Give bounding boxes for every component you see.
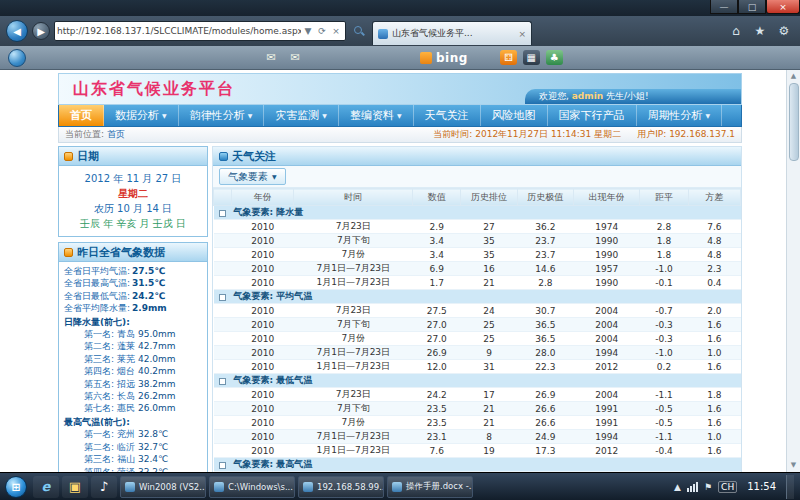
table-cell: 4.8 xyxy=(688,248,740,262)
table-cell: 2004 xyxy=(574,388,640,402)
menu-item-6[interactable]: 天气关注 xyxy=(414,105,481,126)
station-name-link[interactable]: 兖州 xyxy=(117,429,135,439)
scrollbar-thumb[interactable] xyxy=(789,83,799,161)
table-cell: 7月份 xyxy=(294,332,413,346)
home-icon[interactable]: ⌂ xyxy=(726,24,746,38)
rank-row: 第五名:招远38.2mm xyxy=(64,378,205,390)
menu-item-8[interactable]: 国家下行产品 xyxy=(548,105,637,126)
table-row[interactable]: 20107月份27.02536.52004-0.31.6 xyxy=(214,332,741,346)
round-toolbar-icon[interactable] xyxy=(8,49,26,67)
start-button[interactable]: ⊞ xyxy=(5,476,27,498)
vertical-scrollbar[interactable]: ▲ ▼ xyxy=(786,70,800,472)
table-cell: 26.6 xyxy=(517,402,573,416)
table-row[interactable]: 20107月下旬27.02536.52004-0.31.6 xyxy=(214,318,741,332)
stop-icon[interactable]: × xyxy=(329,26,343,36)
table-cell: 2010 xyxy=(232,304,294,318)
table-row[interactable]: 20101月1日—7月23日1.7212.81990-0.10.4 xyxy=(214,276,741,290)
station-name-link[interactable]: 福山 xyxy=(117,454,135,464)
taskbar-window-button-3[interactable]: 192.168.58.99... xyxy=(298,476,384,498)
maximize-button[interactable]: □ xyxy=(738,0,766,14)
gamepad-icon[interactable]: ▦ xyxy=(523,50,540,65)
rank-row: 第七名:惠民26.0mm xyxy=(64,402,205,414)
menu-item-1[interactable]: 首页 xyxy=(59,105,104,126)
taskbar-window-button-4[interactable]: 操作手册.docx -... xyxy=(387,476,473,498)
station-name-link[interactable]: 莱芜 xyxy=(117,354,135,364)
forward-button[interactable]: ▶ xyxy=(32,22,50,40)
menu-item-5[interactable]: 整编资料▼ xyxy=(339,105,414,126)
show-desktop-button[interactable] xyxy=(786,475,794,499)
plant-icon[interactable]: ♣ xyxy=(546,50,563,65)
checkbox[interactable] xyxy=(219,378,226,385)
action-center-flag-icon[interactable]: ⚑ xyxy=(704,482,712,492)
checkbox[interactable] xyxy=(219,462,226,469)
station-name-link[interactable]: 长岛 xyxy=(117,391,135,401)
menu-item-2[interactable]: 数据分析▼ xyxy=(104,105,179,126)
station-name-link[interactable]: 青岛 xyxy=(117,329,135,339)
station-name-link[interactable]: 惠民 xyxy=(117,403,135,413)
table-row[interactable]: 20107月23日27.52430.72004-0.72.0 xyxy=(214,304,741,318)
station-name-link[interactable]: 蓬莱 xyxy=(117,341,135,351)
menu-item-9[interactable]: 周期性分析▼ xyxy=(637,105,723,126)
group-label: 气象要素: 最低气温 xyxy=(232,374,741,388)
ie-taskbar-icon[interactable]: e xyxy=(33,476,59,498)
tab-shandong-climate-platform[interactable]: 山东省气候业务平... × xyxy=(372,21,532,45)
input-method-badge[interactable]: CH xyxy=(718,481,737,493)
element-filter-button[interactable]: 气象要素 ▼ xyxy=(219,168,286,185)
table-row[interactable]: 20101月1日—7月23日7.61917.32012-0.41.6 xyxy=(214,444,741,458)
minimize-button[interactable]: — xyxy=(710,0,738,14)
table-row[interactable]: 20107月下旬23.52126.61991-0.51.6 xyxy=(214,402,741,416)
checkbox[interactable] xyxy=(219,210,226,217)
table-row[interactable]: 20107月1日—7月23日6.91614.61957-1.02.3 xyxy=(214,262,741,276)
dice-icon[interactable]: ⚃ xyxy=(500,50,517,65)
table-cell: -1.1 xyxy=(640,430,688,444)
taskbar-window-button-2[interactable]: C:\Windows\s... xyxy=(209,476,295,498)
menu-item-4[interactable]: 灾害监测▼ xyxy=(264,105,339,126)
tab-close-icon[interactable]: × xyxy=(518,29,526,39)
explorer-taskbar-icon[interactable]: ▣ xyxy=(62,476,88,498)
bing-logo[interactable]: bing xyxy=(420,51,468,65)
table-row[interactable]: 20107月下旬3.43523.719901.84.8 xyxy=(214,234,741,248)
station-name-link[interactable]: 招远 xyxy=(117,379,135,389)
close-button[interactable]: × xyxy=(766,0,800,14)
breadcrumb-page-link[interactable]: 首页 xyxy=(107,128,125,141)
refresh-icon[interactable]: ⟳ xyxy=(315,26,329,36)
table-cell: 35 xyxy=(461,248,517,262)
settings-gear-icon[interactable]: ⚙ xyxy=(774,24,794,38)
table-row[interactable]: 20107月1日—7月23日26.9928.01994-1.01.0 xyxy=(214,346,741,360)
mail-icon[interactable]: ✉ xyxy=(262,50,280,66)
media-player-taskbar-icon[interactable]: ♪ xyxy=(91,476,117,498)
checkbox[interactable] xyxy=(219,294,226,301)
table-row[interactable]: 20107月23日31.52936.31955,1951-0.32.5 xyxy=(214,472,741,473)
taskbar-window-button-1[interactable]: Win2008 (VS2... xyxy=(120,476,206,498)
breadcrumb: 当前位置: xyxy=(65,128,104,141)
search-icon[interactable] xyxy=(353,25,365,37)
table-cell: 2010 xyxy=(232,444,294,458)
table-cell: -1.0 xyxy=(640,346,688,360)
hidden-icons-arrow-icon[interactable]: ▲ xyxy=(674,482,681,492)
scroll-up-icon[interactable]: ▲ xyxy=(791,70,796,83)
back-button[interactable]: ◀ xyxy=(6,20,28,42)
table-row[interactable]: 20107月1日—7月23日23.1824.91994-1.11.0 xyxy=(214,430,741,444)
station-name-link[interactable]: 菏泽 xyxy=(117,467,135,473)
table-row[interactable]: 20107月份23.52126.61991-0.51.6 xyxy=(214,416,741,430)
favorites-star-icon[interactable]: ★ xyxy=(750,24,770,38)
table-row[interactable]: 20107月23日2.92736.219742.87.6 xyxy=(214,220,741,234)
taskbar-clock[interactable]: 11:54 xyxy=(743,481,780,492)
station-name-link[interactable]: 烟台 xyxy=(117,366,135,376)
send-mail-icon[interactable]: ✉ xyxy=(286,50,304,66)
scroll-down-icon[interactable]: ▼ xyxy=(791,459,796,472)
rank-value: 32.8℃ xyxy=(138,429,168,439)
station-name-link[interactable]: 临沂 xyxy=(117,442,135,452)
network-icon[interactable] xyxy=(687,482,698,492)
stat-value: 27.5℃ xyxy=(132,266,165,276)
sidebar: 日期 2012 年 11 月 27 日 星期二 农历 10 月 14 日 壬辰 … xyxy=(58,146,208,472)
table-row[interactable]: 20107月份3.43523.719901.84.8 xyxy=(214,248,741,262)
row-checkbox-cell xyxy=(214,402,232,416)
table-row[interactable]: 20107月23日24.21726.92004-1.11.8 xyxy=(214,388,741,402)
menu-item-7[interactable]: 风险地图 xyxy=(481,105,548,126)
menu-item-3[interactable]: 韵律性分析▼ xyxy=(179,105,265,126)
address-input[interactable] xyxy=(57,23,301,39)
address-dropdown-icon[interactable]: ▼ xyxy=(301,26,315,36)
table-cell: 21 xyxy=(461,402,517,416)
table-row[interactable]: 20101月1日—7月23日12.03122.320120.21.6 xyxy=(214,360,741,374)
